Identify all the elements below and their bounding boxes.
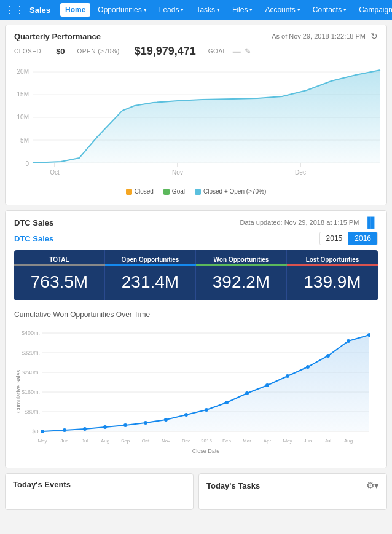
- legend-goal-dot: [163, 189, 170, 195]
- nav-leads[interactable]: Leads ▾: [154, 3, 189, 17]
- svg-text:20M: 20M: [17, 68, 29, 75]
- svg-text:Jun: Jun: [304, 438, 312, 444]
- svg-point-31: [83, 427, 87, 431]
- stats-headers-row: TOTAL Open Opportunities Won Opportuniti…: [14, 250, 378, 264]
- quarterly-title: Quarterly Performance: [14, 32, 101, 41]
- legend-closed-dot: [126, 189, 132, 195]
- svg-text:Oct: Oct: [142, 438, 150, 444]
- dtc-header: DTC Sales Data updated: Nov 29, 2018 at …: [6, 211, 386, 232]
- chevron-icon: ▾: [217, 7, 220, 13]
- year-toggle: 2015 2016: [319, 232, 378, 245]
- svg-text:$80m.: $80m.: [25, 409, 40, 415]
- nav-campaigns[interactable]: Campaigns ▾: [354, 3, 392, 17]
- nav-home[interactable]: Home: [60, 3, 90, 17]
- svg-point-34: [144, 421, 147, 425]
- today-events-panel: Today's Events: [5, 473, 194, 510]
- cumulative-chart: Cumulative Sales $400m. $320m. $240m. $1…: [14, 324, 370, 459]
- quarterly-timestamp: As of Nov 29, 2018 1:22:18 PM: [272, 33, 366, 40]
- svg-point-35: [164, 418, 168, 422]
- svg-text:Nov: Nov: [172, 169, 183, 176]
- open-label: OPEN (>70%): [77, 48, 120, 55]
- qp-header: Quarterly Performance As of Nov 29, 2018…: [6, 25, 386, 45]
- chevron-icon: ▾: [297, 7, 300, 13]
- stat-header-lost: Lost Opportunties: [287, 250, 378, 264]
- bottom-panels: Today's Events Today's Tasks ⚙▾: [5, 473, 387, 510]
- quarterly-chart: 20M 15M 10M 5M 0: [12, 63, 386, 186]
- events-title: Today's Events: [13, 480, 71, 489]
- chevron-icon: ▾: [343, 7, 347, 13]
- svg-point-39: [245, 391, 249, 395]
- svg-point-30: [63, 428, 66, 432]
- nav-tasks[interactable]: Tasks ▾: [191, 3, 225, 17]
- svg-text:Aug: Aug: [344, 438, 353, 444]
- svg-point-32: [103, 425, 107, 429]
- svg-point-36: [184, 413, 188, 417]
- chevron-icon: ▾: [249, 7, 253, 13]
- cumulative-chart-title: Cumulative Won Opportunities Over Time: [14, 310, 378, 319]
- dtc-inner: DTC Sales 2015 2016 TOTAL Open Opportuni…: [6, 232, 386, 468]
- svg-text:May: May: [37, 438, 47, 444]
- stat-header-won: Won Opportunities: [196, 250, 287, 264]
- nav-accounts[interactable]: Accounts ▾: [260, 3, 305, 17]
- stat-value-lost: 139.9M: [287, 266, 378, 300]
- goal-value: —: [233, 47, 241, 56]
- dtc-inner-title: DTC Sales: [14, 234, 53, 243]
- quarterly-performance-card: Quarterly Performance As of Nov 29, 2018…: [5, 25, 387, 205]
- nav-contacts[interactable]: Contacts ▾: [308, 3, 351, 17]
- svg-text:Mar: Mar: [243, 438, 251, 444]
- svg-text:Aug: Aug: [101, 438, 109, 444]
- dtc-inner-header: DTC Sales 2015 2016: [14, 232, 378, 245]
- legend-goal: Goal: [163, 188, 185, 195]
- svg-text:Dec: Dec: [295, 169, 306, 176]
- legend-closed: Closed: [126, 188, 154, 195]
- dtc-meta: Data updated: Nov 29, 2018 at 1:15 PM ▐▌: [240, 217, 378, 228]
- svg-text:Oct: Oct: [50, 169, 60, 176]
- svg-text:$160m.: $160m.: [22, 389, 40, 395]
- stats-values-row: 763.5M 231.4M 392.2M 139.9M: [14, 266, 378, 300]
- svg-text:Cumulative Sales: Cumulative Sales: [15, 369, 22, 413]
- closed-value: $0: [56, 47, 65, 56]
- cumulative-chart-section: Cumulative Won Opportunities Over Time C…: [14, 310, 378, 459]
- today-tasks-panel: Today's Tasks ⚙▾: [198, 473, 387, 510]
- svg-text:10M: 10M: [17, 114, 29, 120]
- quarterly-chart-container: 20M 15M 10M 5M 0: [6, 63, 386, 205]
- top-navigation: ⋮⋮ Sales Home Opportunities ▾ Leads ▾ Ta…: [0, 0, 392, 20]
- svg-point-29: [41, 430, 44, 433]
- bar-chart-icon[interactable]: ▐▌: [364, 217, 378, 228]
- stat-value-open: 231.4M: [105, 266, 196, 300]
- chevron-icon: ▾: [181, 7, 184, 13]
- dtc-section-title: DTC Sales: [14, 218, 53, 227]
- svg-text:Jun: Jun: [61, 438, 69, 444]
- stat-header-total: TOTAL: [14, 250, 105, 264]
- qp-metrics: CLOSED $0 OPEN (>70%) $19,979,471 GOAL —…: [6, 45, 386, 63]
- svg-point-33: [123, 423, 127, 427]
- year-2016-button[interactable]: 2016: [348, 232, 377, 245]
- year-2015-button[interactable]: 2015: [320, 232, 349, 245]
- stat-header-open: Open Opportunities: [105, 250, 196, 264]
- svg-point-42: [306, 365, 310, 369]
- svg-text:0: 0: [25, 160, 29, 167]
- grid-icon[interactable]: ⋮⋮: [5, 4, 25, 16]
- chart-legend: Closed Goal Closed + Open (>70%): [12, 186, 380, 198]
- svg-text:May: May: [283, 438, 292, 444]
- closed-label: CLOSED: [14, 48, 41, 55]
- nav-files[interactable]: Files ▾: [227, 3, 257, 17]
- tasks-title: Today's Tasks: [206, 481, 260, 490]
- svg-text:Sep: Sep: [121, 438, 130, 444]
- goal-section: GOAL — ✎: [208, 47, 251, 56]
- nav-opportunities[interactable]: Opportunities ▾: [93, 3, 151, 17]
- refresh-icon[interactable]: ↻: [370, 31, 378, 41]
- svg-text:$320m.: $320m.: [22, 350, 40, 356]
- open-value: $19,979,471: [135, 45, 196, 58]
- svg-text:Apr: Apr: [264, 438, 272, 444]
- app-name: Sales: [29, 6, 50, 15]
- svg-point-38: [225, 401, 229, 404]
- svg-text:$0.: $0.: [32, 428, 40, 434]
- edit-icon[interactable]: ✎: [245, 47, 251, 56]
- svg-point-43: [326, 354, 330, 358]
- tasks-settings-icon[interactable]: ⚙▾: [366, 480, 379, 491]
- svg-text:$240m.: $240m.: [22, 369, 40, 375]
- svg-point-37: [205, 408, 208, 412]
- chevron-icon: ▾: [144, 7, 147, 13]
- svg-text:Close Date: Close Date: [192, 448, 220, 454]
